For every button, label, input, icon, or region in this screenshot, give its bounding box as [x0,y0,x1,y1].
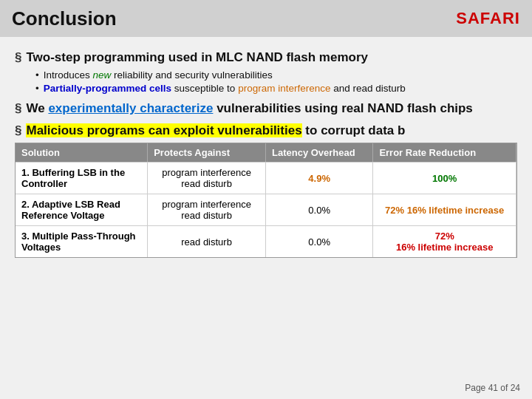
col-header-latency: Latency Overhead [266,143,373,162]
program-interference: program interference [238,83,330,94]
malicious-highlight: Malicious programs can exploit vulnerabi… [26,123,301,137]
page-footer: Page 41 of 24 [465,383,520,393]
slide-content: Two-step programming used in MLC NAND fl… [0,37,532,265]
row2-error: 72% 16% lifetime increase [373,194,516,225]
row3-protects: read disturb [148,226,266,257]
bullet-3-text: Malicious programs can exploit vulnerabi… [26,123,405,138]
bullet-2-main: We experimentally characterize vulnerabi… [15,101,517,116]
partially-programmed: Partially-programmed cells [44,83,171,94]
new-italic: new [93,69,112,81]
row2-latency: 0.0% [266,194,373,225]
row2-solution: 2. Adaptive LSB Read Reference Voltage [16,194,148,225]
row1-solution: 1. Buffering LSB in the Controller [16,163,148,194]
table-header: Solution Protects Against Latency Overhe… [16,143,516,162]
col-header-protects: Protects Against [148,143,266,162]
bullet-3-main: Malicious programs can exploit vulnerabi… [15,123,517,138]
slide-header: Conclusion SAFARI [0,0,532,37]
characterize-text: experimentally characterize [48,101,213,115]
row3-solution: 3. Multiple Pass-Through Voltages [16,226,148,257]
bullet-2: We experimentally characterize vulnerabi… [15,101,517,116]
sub-1-1-text: Introduces new reliability and security … [44,69,273,81]
row2-protects: program interference read disturb [148,194,266,225]
bullet-1-subs: Introduces new reliability and security … [35,69,517,94]
col-header-solution: Solution [16,143,148,162]
col-header-error: Error Rate Reduction [373,143,516,162]
page-number: Page 41 of 24 [465,383,520,393]
bullet-3-and-table: Malicious programs can exploit vulnerabi… [15,123,517,258]
bullet-1-text: Two-step programming used in MLC NAND fl… [26,50,368,65]
sub-1-2-text: Partially-programmed cells susceptible t… [44,83,406,94]
solutions-table: Solution Protects Against Latency Overhe… [15,143,517,258]
bullet-2-text: We experimentally characterize vulnerabi… [26,101,472,116]
row1-latency: 4.9% [266,163,373,194]
row1-protects: program interference read disturb [148,163,266,194]
table-row-2: 2. Adaptive LSB Read Reference Voltage p… [16,194,516,225]
row3-latency: 0.0% [266,226,373,257]
table-row-1: 1. Buffering LSB in the Controller progr… [16,162,516,194]
sub-bullet-1-2: Partially-programmed cells susceptible t… [35,83,517,94]
bullet-1: Two-step programming used in MLC NAND fl… [15,50,517,94]
sub-bullet-1-1: Introduces new reliability and security … [35,69,517,81]
safari-logo: SAFARI [456,9,520,28]
row3-error: 72%16% lifetime increase [373,226,516,257]
slide: Conclusion SAFARI Two-step programming u… [0,0,532,399]
slide-title: Conclusion [12,7,117,30]
bullet-1-main: Two-step programming used in MLC NAND fl… [15,50,517,65]
row1-error: 100% [373,163,516,194]
table-row-3: 3. Multiple Pass-Through Voltages read d… [16,225,516,257]
